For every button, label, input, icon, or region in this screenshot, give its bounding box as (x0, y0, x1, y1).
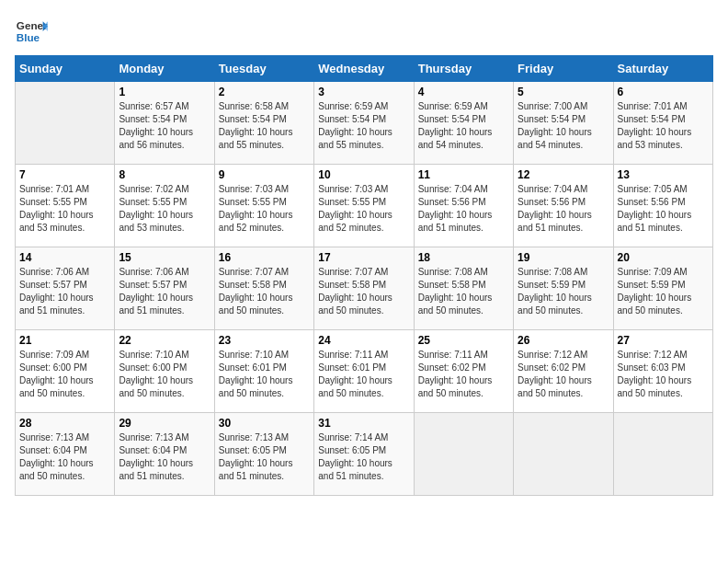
day-number: 19 (518, 251, 609, 264)
day-number: 4 (418, 86, 509, 98)
day-number: 24 (318, 334, 409, 347)
day-cell: 14Sunrise: 7:06 AMSunset: 5:57 PMDayligh… (16, 247, 115, 330)
day-cell: 27Sunrise: 7:12 AMSunset: 6:03 PMDayligh… (613, 330, 712, 413)
day-cell: 23Sunrise: 7:10 AMSunset: 6:01 PMDayligh… (214, 330, 313, 413)
logo-icon: General Blue (15, 15, 48, 48)
day-cell: 20Sunrise: 7:09 AMSunset: 5:59 PMDayligh… (613, 247, 712, 330)
day-info: Sunrise: 6:59 AMSunset: 5:54 PMDaylight:… (318, 100, 409, 152)
svg-text:Blue: Blue (17, 31, 40, 43)
column-header-sunday: Sunday (16, 56, 115, 82)
day-info: Sunrise: 6:57 AMSunset: 5:54 PMDaylight:… (119, 100, 210, 152)
day-number: 29 (119, 417, 210, 430)
day-cell (16, 82, 115, 165)
day-number: 1 (119, 86, 210, 98)
day-number: 23 (219, 334, 310, 347)
day-number: 9 (219, 168, 310, 181)
day-cell: 8Sunrise: 7:02 AMSunset: 5:55 PMDaylight… (115, 165, 214, 247)
day-number: 7 (19, 168, 110, 181)
day-cell: 6Sunrise: 7:01 AMSunset: 5:54 PMDaylight… (613, 82, 712, 165)
day-number: 3 (318, 86, 409, 98)
day-info: Sunrise: 7:03 AMSunset: 5:55 PMDaylight:… (318, 183, 409, 235)
day-number: 17 (318, 251, 409, 264)
day-cell: 13Sunrise: 7:05 AMSunset: 5:56 PMDayligh… (613, 165, 712, 247)
day-info: Sunrise: 7:02 AMSunset: 5:55 PMDaylight:… (119, 183, 210, 235)
day-number: 27 (618, 334, 709, 347)
column-header-tuesday: Tuesday (214, 56, 313, 82)
day-cell: 18Sunrise: 7:08 AMSunset: 5:58 PMDayligh… (414, 247, 513, 330)
day-info: Sunrise: 7:06 AMSunset: 5:57 PMDaylight:… (119, 266, 210, 317)
day-number: 28 (19, 417, 110, 430)
day-number: 22 (119, 334, 210, 347)
day-number: 25 (418, 334, 509, 347)
column-header-wednesday: Wednesday (314, 56, 414, 82)
day-cell: 19Sunrise: 7:08 AMSunset: 5:59 PMDayligh… (514, 247, 613, 330)
column-header-thursday: Thursday (414, 56, 513, 82)
day-info: Sunrise: 7:06 AMSunset: 5:57 PMDaylight:… (19, 266, 110, 317)
day-number: 21 (19, 334, 110, 347)
day-info: Sunrise: 7:12 AMSunset: 6:03 PMDaylight:… (618, 349, 709, 400)
day-cell: 28Sunrise: 7:13 AMSunset: 6:04 PMDayligh… (16, 413, 115, 496)
day-number: 30 (219, 417, 310, 430)
day-cell: 5Sunrise: 7:00 AMSunset: 5:54 PMDaylight… (514, 82, 613, 165)
day-info: Sunrise: 7:04 AMSunset: 5:56 PMDaylight:… (418, 183, 509, 235)
day-number: 16 (219, 251, 310, 264)
day-number: 2 (219, 86, 310, 98)
week-row-1: 1Sunrise: 6:57 AMSunset: 5:54 PMDaylight… (16, 82, 713, 165)
column-header-friday: Friday (514, 56, 613, 82)
week-row-4: 21Sunrise: 7:09 AMSunset: 6:00 PMDayligh… (16, 330, 713, 413)
day-info: Sunrise: 7:14 AMSunset: 6:05 PMDaylight:… (318, 431, 409, 483)
day-cell: 9Sunrise: 7:03 AMSunset: 5:55 PMDaylight… (214, 165, 313, 247)
day-number: 13 (618, 168, 709, 181)
day-cell: 2Sunrise: 6:58 AMSunset: 5:54 PMDaylight… (214, 82, 313, 165)
day-info: Sunrise: 7:08 AMSunset: 5:59 PMDaylight:… (518, 266, 609, 317)
day-number: 14 (19, 251, 110, 264)
week-row-3: 14Sunrise: 7:06 AMSunset: 5:57 PMDayligh… (16, 247, 713, 330)
column-header-monday: Monday (115, 56, 214, 82)
day-info: Sunrise: 7:09 AMSunset: 6:00 PMDaylight:… (19, 349, 110, 400)
day-number: 18 (418, 251, 509, 264)
day-cell: 24Sunrise: 7:11 AMSunset: 6:01 PMDayligh… (314, 330, 414, 413)
day-info: Sunrise: 7:13 AMSunset: 6:04 PMDaylight:… (19, 431, 110, 483)
day-cell: 1Sunrise: 6:57 AMSunset: 5:54 PMDaylight… (115, 82, 214, 165)
day-number: 20 (618, 251, 709, 264)
day-info: Sunrise: 7:09 AMSunset: 5:59 PMDaylight:… (618, 266, 709, 317)
day-info: Sunrise: 7:10 AMSunset: 6:00 PMDaylight:… (119, 349, 210, 400)
day-info: Sunrise: 7:13 AMSunset: 6:05 PMDaylight:… (219, 431, 310, 483)
day-number: 15 (119, 251, 210, 264)
day-number: 26 (518, 334, 609, 347)
day-number: 5 (518, 86, 609, 98)
day-cell: 17Sunrise: 7:07 AMSunset: 5:58 PMDayligh… (314, 247, 414, 330)
week-row-5: 28Sunrise: 7:13 AMSunset: 6:04 PMDayligh… (16, 413, 713, 496)
day-cell: 7Sunrise: 7:01 AMSunset: 5:55 PMDaylight… (16, 165, 115, 247)
day-info: Sunrise: 7:12 AMSunset: 6:02 PMDaylight:… (518, 349, 609, 400)
day-info: Sunrise: 7:11 AMSunset: 6:01 PMDaylight:… (318, 349, 409, 400)
day-info: Sunrise: 6:59 AMSunset: 5:54 PMDaylight:… (418, 100, 509, 152)
day-cell: 11Sunrise: 7:04 AMSunset: 5:56 PMDayligh… (414, 165, 513, 247)
day-info: Sunrise: 7:04 AMSunset: 5:56 PMDaylight:… (518, 183, 609, 235)
day-cell: 12Sunrise: 7:04 AMSunset: 5:56 PMDayligh… (514, 165, 613, 247)
day-number: 31 (318, 417, 409, 430)
day-info: Sunrise: 7:05 AMSunset: 5:56 PMDaylight:… (618, 183, 709, 235)
day-number: 8 (119, 168, 210, 181)
day-info: Sunrise: 7:07 AMSunset: 5:58 PMDaylight:… (318, 266, 409, 317)
day-cell: 30Sunrise: 7:13 AMSunset: 6:05 PMDayligh… (214, 413, 313, 496)
calendar-table: SundayMondayTuesdayWednesdayThursdayFrid… (15, 55, 713, 496)
day-number: 10 (318, 168, 409, 181)
day-info: Sunrise: 7:08 AMSunset: 5:58 PMDaylight:… (418, 266, 509, 317)
day-info: Sunrise: 7:01 AMSunset: 5:55 PMDaylight:… (19, 183, 110, 235)
calendar-header-row: SundayMondayTuesdayWednesdayThursdayFrid… (16, 56, 713, 82)
day-number: 11 (418, 168, 509, 181)
week-row-2: 7Sunrise: 7:01 AMSunset: 5:55 PMDaylight… (16, 165, 713, 247)
day-cell: 15Sunrise: 7:06 AMSunset: 5:57 PMDayligh… (115, 247, 214, 330)
day-cell: 4Sunrise: 6:59 AMSunset: 5:54 PMDaylight… (414, 82, 513, 165)
day-info: Sunrise: 7:01 AMSunset: 5:54 PMDaylight:… (618, 100, 709, 152)
day-cell (414, 413, 513, 496)
day-cell: 25Sunrise: 7:11 AMSunset: 6:02 PMDayligh… (414, 330, 513, 413)
day-info: Sunrise: 7:07 AMSunset: 5:58 PMDaylight:… (219, 266, 310, 317)
day-cell: 31Sunrise: 7:14 AMSunset: 6:05 PMDayligh… (314, 413, 414, 496)
day-info: Sunrise: 7:00 AMSunset: 5:54 PMDaylight:… (518, 100, 609, 152)
day-info: Sunrise: 7:13 AMSunset: 6:04 PMDaylight:… (119, 431, 210, 483)
day-cell: 26Sunrise: 7:12 AMSunset: 6:02 PMDayligh… (514, 330, 613, 413)
logo: General Blue (15, 15, 51, 48)
day-info: Sunrise: 7:11 AMSunset: 6:02 PMDaylight:… (418, 349, 509, 400)
